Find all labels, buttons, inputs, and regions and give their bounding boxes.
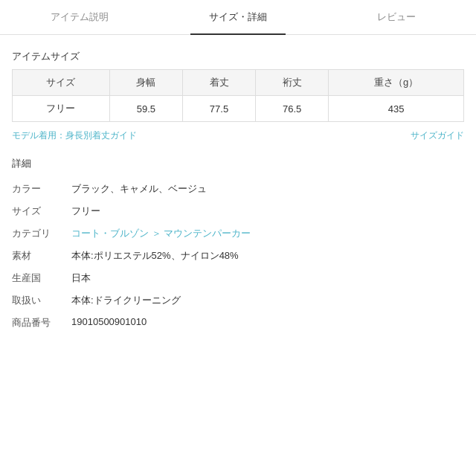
tab-description[interactable]: アイテム説明 — [0, 0, 158, 34]
size-guide-link[interactable]: サイズガイド — [411, 129, 464, 142]
cell-length: 77.5 — [182, 96, 255, 122]
detail-row: カテゴリコート・ブルゾン ＞ マウンテンパーカー — [12, 222, 464, 245]
detail-row: カラーブラック、キャメル、ベージュ — [12, 178, 464, 200]
cell-width: 59.5 — [109, 96, 182, 122]
detail-label: カテゴリ — [12, 227, 71, 240]
size-section-title: アイテムサイズ — [12, 50, 464, 63]
detail-value: フリー — [71, 205, 464, 218]
detail-row: 素材本体:ポリエステル52%、ナイロン48% — [12, 245, 464, 267]
detail-value: 19010500901010 — [71, 316, 464, 329]
col-header-size: サイズ — [13, 70, 110, 96]
detail-label: サイズ — [12, 205, 71, 218]
cell-sleeve: 76.5 — [256, 96, 329, 122]
detail-row: 生産国日本 — [12, 267, 464, 289]
detail-value: ブラック、キャメル、ベージュ — [71, 182, 464, 196]
detail-label: カラー — [12, 182, 71, 196]
detail-value: 本体:ポリエステル52%、ナイロン48% — [71, 249, 464, 263]
detail-row: 商品番号19010500901010 — [12, 312, 464, 334]
tab-review[interactable]: レビュー — [318, 0, 476, 34]
detail-row: サイズフリー — [12, 200, 464, 222]
table-header-row: サイズ 身幅 着丈 裄丈 重さ（g） — [13, 70, 464, 96]
col-header-width: 身幅 — [109, 70, 182, 96]
detail-value: 本体:ドライクリーニング — [71, 294, 464, 307]
detail-label: 商品番号 — [12, 316, 71, 329]
detail-label: 生産国 — [12, 271, 71, 285]
main-content: アイテムサイズ サイズ 身幅 着丈 裄丈 重さ（g） フリー 59.5 77.5… — [0, 35, 476, 349]
detail-value: 日本 — [71, 271, 464, 285]
detail-label: 素材 — [12, 249, 71, 263]
detail-row: 取扱い本体:ドライクリーニング — [12, 289, 464, 312]
col-header-length: 着丈 — [182, 70, 255, 96]
model-guide-link[interactable]: モデル着用：身長別着丈ガイド — [12, 129, 137, 142]
details-section: 詳細 カラーブラック、キャメル、ベージュサイズフリーカテゴリコート・ブルゾン ＞… — [12, 157, 464, 334]
detail-label: 取扱い — [12, 294, 71, 307]
detail-value[interactable]: コート・ブルゾン ＞ マウンテンパーカー — [71, 227, 464, 240]
cell-weight: 435 — [329, 96, 464, 122]
detail-rows: カラーブラック、キャメル、ベージュサイズフリーカテゴリコート・ブルゾン ＞ マウ… — [12, 178, 464, 334]
links-row: モデル着用：身長別着丈ガイド サイズガイド — [12, 129, 464, 142]
cell-size: フリー — [13, 96, 110, 122]
tab-bar: アイテム説明 サイズ・詳細 レビュー — [0, 0, 476, 35]
size-table: サイズ 身幅 着丈 裄丈 重さ（g） フリー 59.5 77.5 76.5 43… — [12, 69, 464, 122]
table-row: フリー 59.5 77.5 76.5 435 — [13, 96, 464, 122]
col-header-weight: 重さ（g） — [329, 70, 464, 96]
col-header-sleeve: 裄丈 — [256, 70, 329, 96]
details-section-title: 詳細 — [12, 157, 464, 170]
tab-size-detail[interactable]: サイズ・詳細 — [158, 0, 317, 34]
